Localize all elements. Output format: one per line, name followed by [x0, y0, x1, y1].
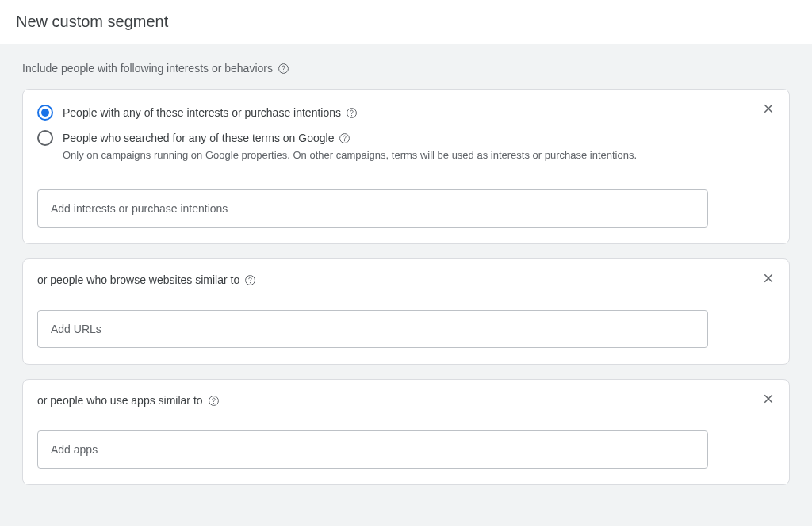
help-icon[interactable] [346, 107, 358, 119]
websites-card: or people who browse websites similar to [22, 258, 790, 365]
radio-unselected-icon [37, 130, 53, 146]
apps-card: or people who use apps similar to [22, 379, 790, 485]
urls-input[interactable] [37, 310, 708, 348]
radio-search-sublabel: Only on campaigns running on Google prop… [63, 148, 637, 163]
close-icon[interactable] [759, 269, 778, 288]
radio-interests-label-row: People with any of these interests or pu… [63, 104, 358, 121]
help-icon[interactable] [208, 395, 220, 407]
radio-selected-icon [37, 105, 53, 121]
content-area: Include people with following interests … [0, 44, 812, 526]
apps-label: or people who use apps similar to [37, 394, 203, 407]
svg-point-9 [213, 403, 213, 404]
radio-search-terms-option[interactable]: People who searched for any of these ter… [37, 129, 775, 163]
section-label-text: Include people with following interests … [22, 62, 273, 75]
radio-search-label: People who searched for any of these ter… [63, 129, 334, 147]
close-icon[interactable] [759, 99, 778, 118]
radio-label-wrap: People who searched for any of these ter… [63, 129, 637, 163]
help-icon[interactable] [244, 274, 256, 286]
section-label: Include people with following interests … [22, 62, 790, 75]
apps-label-row: or people who use apps similar to [37, 394, 775, 407]
help-icon[interactable] [339, 132, 350, 144]
radio-search-label-row: People who searched for any of these ter… [63, 129, 637, 147]
svg-point-5 [344, 140, 345, 141]
svg-point-1 [283, 71, 284, 71]
svg-point-3 [351, 115, 352, 116]
websites-label: or people who browse websites similar to [37, 274, 239, 286]
radio-interests-option[interactable]: People with any of these interests or pu… [37, 104, 775, 121]
websites-label-row: or people who browse websites similar to [37, 274, 775, 286]
svg-point-7 [250, 282, 251, 283]
apps-input[interactable] [37, 430, 708, 469]
page-header: New custom segment [0, 0, 812, 44]
interests-input[interactable] [37, 189, 708, 228]
close-icon[interactable] [759, 389, 778, 408]
radio-label-wrap: People with any of these interests or pu… [63, 104, 358, 121]
help-icon[interactable] [278, 63, 289, 75]
radio-interests-label: People with any of these interests or pu… [63, 104, 341, 121]
interests-card: People with any of these interests or pu… [22, 89, 790, 244]
page-title: New custom segment [16, 13, 796, 31]
